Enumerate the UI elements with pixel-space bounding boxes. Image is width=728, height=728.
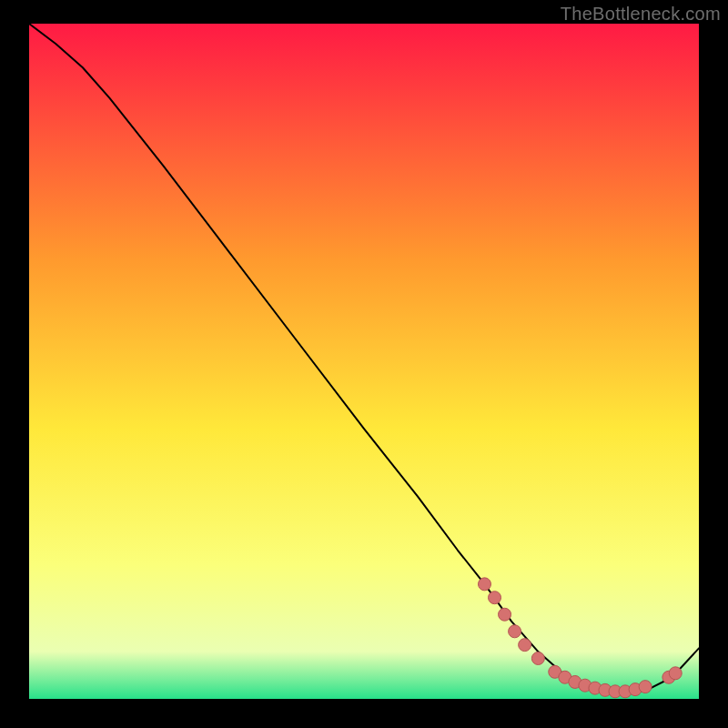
curve-marker bbox=[509, 625, 521, 638]
curve-marker bbox=[489, 592, 501, 604]
chart-stage: TheBottleneck.com bbox=[0, 0, 728, 728]
curve-marker bbox=[531, 652, 544, 664]
curve-marker bbox=[519, 639, 531, 652]
curve-marker bbox=[639, 681, 652, 693]
watermark-text: TheBottleneck.com bbox=[561, 4, 721, 25]
curve-marker bbox=[669, 667, 682, 680]
curve-marker bbox=[499, 608, 511, 621]
chart-svg bbox=[29, 24, 699, 699]
gradient-background bbox=[29, 24, 699, 699]
curve-marker bbox=[478, 578, 490, 591]
plot-area bbox=[29, 24, 699, 699]
